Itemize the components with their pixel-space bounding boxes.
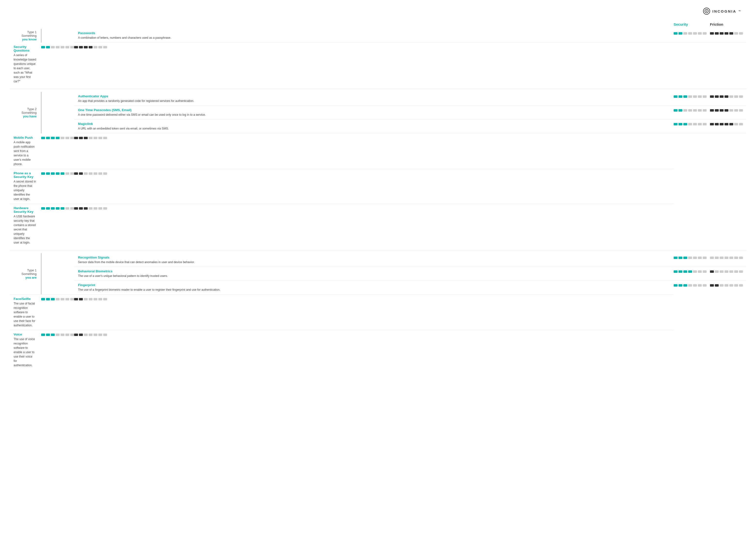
auth-table: Security Friction Type 1 Something you k… — [10, 22, 746, 370]
security-bar-cell — [674, 92, 710, 106]
table-row: Type 1 Something you are Recognition Sig… — [10, 253, 746, 267]
security-bar-cell — [674, 267, 710, 280]
item-desc: A USB hardware security key that contain… — [14, 214, 36, 245]
table-row: Magiclink A URL with an embedded token s… — [10, 120, 746, 133]
item-title: Fingerprint — [78, 283, 669, 287]
type-label: Type 2 Something you have — [10, 107, 37, 118]
item-content: Authenticator Apps An app that provides … — [74, 92, 674, 106]
table-row: Behavioral Biometrics The use of a user'… — [10, 267, 746, 280]
main-content: Security Friction Type 1 Something you k… — [10, 22, 746, 370]
header-friction: Friction — [710, 22, 746, 29]
item-title: Voice — [14, 332, 36, 336]
table-row: Security Questions A series of knowledge… — [10, 43, 746, 86]
security-bar-cell — [41, 330, 74, 370]
security-bar-cell — [674, 106, 710, 119]
type-label: Type 1 Something you are — [10, 269, 37, 279]
item-title: Phone as a Security Key — [14, 171, 36, 179]
table-row: Mobile Push A mobile app push notificati… — [10, 133, 746, 169]
item-content: Passwords A combination of letters, numb… — [74, 29, 674, 42]
item-desc: The use of facial recognition software t… — [14, 301, 36, 327]
svg-point-2 — [706, 11, 707, 12]
friction-bar-cell — [74, 294, 674, 330]
item-desc: A combination of letters, numbers and ch… — [78, 36, 260, 40]
item-content: Mobile Push A mobile app push notificati… — [10, 133, 41, 169]
item-title: Behavioral Biometrics — [78, 270, 669, 273]
friction-bar-cell — [710, 29, 746, 42]
logo-icon — [703, 7, 710, 15]
friction-bar-cell — [710, 281, 746, 294]
table-row: Phone as a Security Key A secret stored … — [10, 169, 746, 204]
logo-text: INCOGNIA — [712, 9, 736, 13]
item-desc: The use of a user's unique behavioral pa… — [78, 274, 260, 278]
security-bar-cell — [41, 169, 74, 204]
table-row: Fingerprint The use of a fingerprint bio… — [10, 281, 746, 294]
item-content: Behavioral Biometrics The use of a user'… — [74, 267, 674, 280]
item-desc: The use of voice recognition software to… — [14, 337, 36, 367]
item-content: One Time Passcodes (SMS, Email) A one ti… — [74, 106, 674, 119]
item-title: Passwords — [78, 31, 669, 35]
friction-bar-cell — [710, 120, 746, 133]
header-security: Security — [674, 22, 710, 29]
security-bar-cell — [41, 43, 74, 86]
page-header: INCOGNIA™ — [10, 5, 746, 22]
item-desc: Sensor data from the mobile device that … — [78, 260, 260, 264]
security-bar-cell — [674, 253, 710, 267]
table-row: Face/Selfie The use of facial recognitio… — [10, 294, 746, 330]
header-divider — [41, 22, 74, 29]
friction-bar-cell — [74, 330, 674, 370]
item-title: Recognition Signals — [78, 256, 669, 259]
item-desc: A URL with an embedded token sent via em… — [78, 126, 260, 131]
friction-bar-cell — [74, 43, 674, 86]
table-row: Voice The use of voice recognition softw… — [10, 330, 746, 370]
table-header: Security Friction — [10, 22, 746, 29]
table-row: One Time Passcodes (SMS, Email) A one ti… — [10, 106, 746, 119]
item-content: Face/Selfie The use of facial recognitio… — [10, 294, 41, 330]
friction-bar-cell — [74, 204, 674, 247]
security-bar-cell — [41, 204, 74, 247]
item-content: Voice The use of voice recognition softw… — [10, 330, 41, 370]
item-desc: A one time password delivered either via… — [78, 113, 260, 117]
item-desc: An app that provides a randomly generate… — [78, 99, 260, 103]
security-bar-cell — [41, 133, 74, 169]
item-content: Fingerprint The use of a fingerprint bio… — [74, 281, 674, 294]
logo-trademark: ™ — [738, 10, 741, 13]
friction-bar-cell — [710, 253, 746, 267]
table-body: Type 1 Something you know Passwords A co… — [10, 29, 746, 370]
item-content: Security Questions A series of knowledge… — [10, 43, 41, 86]
item-title: Authenticator Apps — [78, 94, 669, 98]
item-desc: A series of knowledge based questions un… — [14, 53, 36, 84]
friction-bar-cell — [710, 267, 746, 280]
friction-bar-cell — [74, 169, 674, 204]
item-title: Security Questions — [14, 45, 36, 52]
table-row: Hardware Security Key A USB hardware sec… — [10, 204, 746, 247]
header-name-cell — [74, 22, 674, 29]
item-title: Face/Selfie — [14, 297, 36, 300]
logo: INCOGNIA™ — [703, 7, 741, 15]
friction-bar-cell — [710, 106, 746, 119]
security-bar-cell — [674, 29, 710, 42]
friction-bar-cell — [710, 92, 746, 106]
table-row: Type 1 Something you know Passwords A co… — [10, 29, 746, 42]
item-desc: The use of a fingerprint biometric reade… — [78, 287, 260, 292]
item-desc: A mobile app push notification sent from… — [14, 140, 36, 166]
security-bar-cell — [41, 294, 74, 330]
item-content: Hardware Security Key A USB hardware sec… — [10, 204, 41, 247]
item-title: One Time Passcodes (SMS, Email) — [78, 108, 669, 112]
item-title: Mobile Push — [14, 136, 36, 140]
friction-bar-cell — [74, 133, 674, 169]
table-row: Type 2 Something you have Authenticator … — [10, 92, 746, 106]
security-bar-cell — [674, 120, 710, 133]
item-desc: A secret stored in the phone that unique… — [14, 179, 36, 201]
item-content: Magiclink A URL with an embedded token s… — [74, 120, 674, 133]
item-content: Phone as a Security Key A secret stored … — [10, 169, 41, 204]
item-title: Hardware Security Key — [14, 206, 36, 214]
security-bar-cell — [674, 281, 710, 294]
header-type-cell — [10, 22, 41, 29]
type-label: Type 1 Something you know — [10, 30, 37, 41]
item-title: Magiclink — [78, 122, 669, 126]
item-content: Recognition Signals Sensor data from the… — [74, 253, 674, 267]
